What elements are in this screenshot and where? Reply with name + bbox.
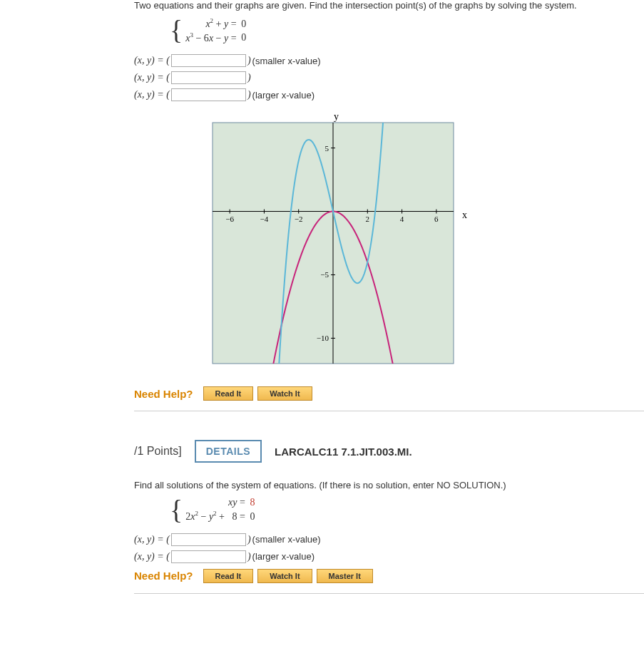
svg-text:−5: −5 <box>320 271 329 279</box>
divider <box>134 411 644 411</box>
x-axis-label: x <box>462 210 467 220</box>
master-it-button[interactable]: Master It <box>317 569 373 583</box>
svg-text:−4: −4 <box>260 215 269 223</box>
q2-answer-2: (x, y) = ( ) (larger x-value) <box>134 550 644 563</box>
brace-icon: { <box>170 500 183 520</box>
q2-points: /1 Points] <box>134 445 182 458</box>
q1-system: { x2 + y = 0 x3 − 6x − y = 0 <box>170 16 644 44</box>
divider <box>134 593 644 594</box>
svg-text:2: 2 <box>366 215 370 223</box>
q1-graph: −6−4−2246−10−55 y x <box>205 111 644 375</box>
brace-icon: { <box>170 21 183 40</box>
q2-input-2[interactable] <box>171 550 246 563</box>
details-button[interactable]: DETAILS <box>195 440 262 463</box>
q2-ref: LARCALC11 7.1.JIT.003.MI. <box>275 446 412 458</box>
svg-text:−6: −6 <box>225 215 234 223</box>
q1-answer-2: (x, y) = ( ) <box>134 71 644 84</box>
need-help-label: Need Help? <box>134 570 193 582</box>
q1-answer-3: (x, y) = ( ) (larger x-value) <box>134 88 644 101</box>
q2-prompt: Find all solutions of the system of equa… <box>134 480 644 490</box>
svg-text:4: 4 <box>400 215 404 223</box>
watch-it-button[interactable]: Watch It <box>257 569 312 583</box>
chart: −6−4−2246−10−55 y x <box>205 111 476 375</box>
q1-input-3[interactable] <box>171 88 246 101</box>
q1-input-1[interactable] <box>171 54 246 67</box>
y-axis-label: y <box>334 111 339 122</box>
q1-help-row: Need Help? Read It Watch It <box>134 386 644 401</box>
svg-text:−2: −2 <box>295 215 303 223</box>
q1-prompt: Two equations and their graphs are given… <box>134 0 644 11</box>
q1-eq2: x3 − 6x − y = 0 <box>185 31 246 45</box>
q1-input-2[interactable] <box>171 71 246 84</box>
svg-text:6: 6 <box>434 215 439 223</box>
q1-note-1: (smaller x-value) <box>252 56 321 66</box>
q1-eq1: x2 + y = 0 <box>185 16 246 31</box>
q2-help-row: Need Help? Read It Watch It Master It <box>134 569 644 583</box>
q2-input-1[interactable] <box>171 533 246 546</box>
q2-eq1: xy = 8 <box>185 496 255 509</box>
watch-it-button[interactable]: Watch It <box>257 386 312 401</box>
q1-answer-1: (x, y) = ( ) (smaller x-value) <box>134 54 644 67</box>
need-help-label: Need Help? <box>134 388 193 400</box>
q1-note-3: (larger x-value) <box>252 90 315 101</box>
q2-note-1: (smaller x-value) <box>252 534 321 545</box>
q2-system: { xy = 8 2x2 − y2 + 8 = 0 <box>170 496 644 523</box>
svg-text:5: 5 <box>325 144 329 153</box>
read-it-button[interactable]: Read It <box>203 569 254 583</box>
q2-answer-1: (x, y) = ( ) (smaller x-value) <box>134 533 644 546</box>
read-it-button[interactable]: Read It <box>203 386 254 401</box>
svg-text:−10: −10 <box>317 334 329 343</box>
q2-header: /1 Points] DETAILS LARCALC11 7.1.JIT.003… <box>134 440 644 463</box>
q2-eq2: 2x2 − y2 + 8 = 0 <box>185 509 255 523</box>
q2-note-2: (larger x-value) <box>252 551 315 562</box>
